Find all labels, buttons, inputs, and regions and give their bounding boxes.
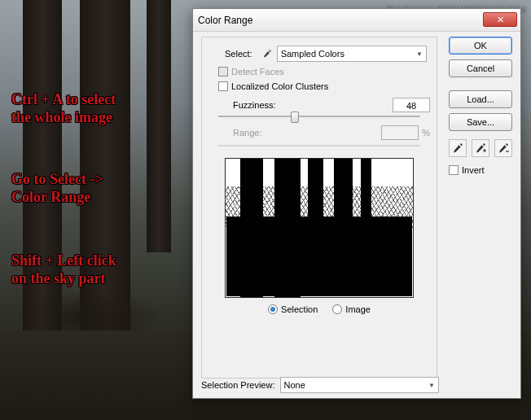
- preview-tree: [361, 159, 372, 242]
- preview-tree: [240, 159, 263, 297]
- radio-selection-label: Selection: [281, 304, 318, 314]
- fuzziness-input[interactable]: 48: [393, 98, 430, 112]
- eyedropper-icon: [452, 142, 463, 154]
- radio-image-label: Image: [345, 304, 371, 314]
- dialog-titlebar[interactable]: Color Range ✕: [193, 9, 520, 32]
- bg-tree: [147, 0, 171, 252]
- close-icon: ✕: [497, 15, 504, 25]
- main-panel: Select: Sampled Colors ▼ Detect Faces Lo…: [201, 37, 437, 378]
- range-unit: %: [422, 128, 430, 138]
- chevron-down-icon: ▼: [428, 382, 435, 389]
- eyedropper-add-tool[interactable]: [472, 139, 489, 157]
- range-slider: [218, 145, 420, 147]
- selection-preview-label: Selection Preview:: [201, 380, 275, 390]
- detect-faces-checkbox: [218, 67, 228, 77]
- radio-selection-input[interactable]: [268, 304, 278, 314]
- close-button[interactable]: ✕: [483, 12, 517, 27]
- eyedropper-plus-icon: [475, 142, 486, 154]
- fuzziness-label: Fuzziness:: [208, 100, 393, 110]
- annotation-select-all: Ctrl + A to select the whole image: [11, 91, 116, 126]
- dialog-body: Select: Sampled Colors ▼ Detect Faces Lo…: [193, 32, 520, 398]
- localized-clusters-checkbox[interactable]: [218, 81, 228, 91]
- select-value: Sampled Colors: [281, 49, 344, 59]
- radio-image[interactable]: Image: [332, 304, 371, 314]
- eyedropper-minus-icon: [498, 142, 509, 154]
- color-range-dialog: Color Range ✕ Select: Sampled Colors ▼ D…: [192, 8, 521, 399]
- eyedropper-tool[interactable]: [449, 139, 467, 157]
- preview-tree: [334, 159, 353, 269]
- annotation-shift-click: Shift + Left click on the sky part: [11, 252, 116, 287]
- radio-image-input[interactable]: [332, 304, 342, 314]
- preview-tree: [274, 159, 301, 297]
- fuzziness-slider[interactable]: [218, 116, 420, 117]
- dialog-title: Color Range: [198, 15, 252, 26]
- chevron-down-icon: ▼: [416, 50, 423, 58]
- eyedropper-subtract-tool[interactable]: [494, 139, 512, 157]
- ok-button[interactable]: OK: [449, 37, 512, 55]
- eyedropper-mini-icon: [261, 47, 274, 60]
- load-button[interactable]: Load...: [449, 90, 512, 108]
- invert-checkbox[interactable]: [449, 165, 459, 175]
- select-label: Select:: [225, 49, 252, 59]
- range-label: Range:: [208, 128, 381, 138]
- preview-tree: [308, 159, 323, 258]
- invert-label: Invert: [462, 165, 485, 175]
- side-column: OK Cancel Load... Save... Invert: [449, 37, 512, 175]
- select-dropdown[interactable]: Sampled Colors ▼: [277, 46, 427, 62]
- save-button[interactable]: Save...: [449, 113, 512, 131]
- cancel-button[interactable]: Cancel: [449, 59, 512, 77]
- annotation-goto-menu: Go to Select -> Color Range: [11, 171, 103, 206]
- selection-preview-dropdown[interactable]: None ▼: [280, 377, 440, 393]
- range-input: [381, 125, 419, 140]
- selection-preview-thumbnail[interactable]: [225, 158, 414, 298]
- radio-selection[interactable]: Selection: [268, 304, 318, 314]
- localized-clusters-label: Localized Color Clusters: [231, 81, 328, 91]
- detect-faces-label: Detect Faces: [231, 67, 284, 77]
- fuzziness-slider-thumb[interactable]: [291, 112, 299, 123]
- selection-preview-value: None: [284, 380, 305, 390]
